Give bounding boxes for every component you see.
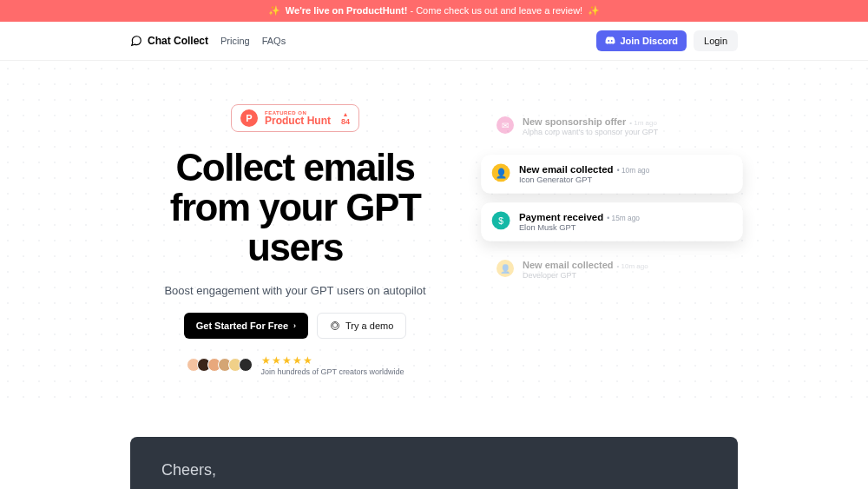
upvote-icon: ▲ (343, 111, 349, 117)
notification-icon: 👤 (492, 164, 510, 182)
banner-rest-text: - Come check us out and leave a review! (410, 5, 585, 16)
avatar (239, 358, 253, 372)
nav-link-pricing[interactable]: Pricing (220, 36, 250, 46)
star-rating: ★★★★★ (261, 354, 313, 367)
notification-icon: 👤 (496, 260, 514, 277)
nav-links: Pricing FAQs (220, 36, 286, 46)
notification-icon: ✉ (496, 116, 514, 134)
chevron-right-icon: › (293, 321, 296, 330)
login-button[interactable]: Login (694, 30, 738, 51)
banner-bold-text: We're live on ProductHunt! (286, 5, 408, 16)
try-demo-button[interactable]: Try a demo (317, 313, 406, 339)
notification-title: New email collected (519, 164, 614, 175)
notification-subtitle: Alpha corp want's to sponsor your GPT (523, 128, 658, 136)
notification-card: $Payment received • 15m agoElon Musk GPT (481, 202, 743, 241)
notification-time: • 10m ago (617, 167, 650, 175)
get-started-button[interactable]: Get Started For Free › (184, 313, 308, 339)
notification-time: • 1m ago (629, 119, 657, 127)
nav-link-faqs[interactable]: FAQs (262, 36, 286, 46)
email-line: Cheers, (161, 458, 707, 483)
notification-time: • 15m ago (607, 215, 640, 222)
notification-title: New email collected (523, 260, 614, 270)
notification-subtitle: Icon Generator GPT (519, 175, 649, 184)
notification-list: ✉New sponsorship offer • 1m agoAlpha cor… (486, 104, 738, 376)
email-preview-panel: Cheers, [Your Name] (130, 437, 738, 489)
social-proof: ★★★★★ Join hundreds of GPT creators worl… (187, 354, 404, 376)
chat-icon (130, 35, 142, 47)
ph-name: Product Hunt (265, 116, 331, 126)
social-proof-text: Join hundreds of GPT creators worldwide (261, 367, 404, 376)
svg-point-0 (332, 321, 339, 329)
product-hunt-badge[interactable]: P Featured on Product Hunt ▲ 84 (231, 104, 359, 132)
hero-headline: Collect emails from your GPT users (170, 148, 421, 268)
avatar-stack (187, 358, 253, 372)
ph-vote-count: ▲ 84 (341, 111, 350, 126)
discord-icon (605, 36, 615, 46)
discord-label: Join Discord (620, 36, 678, 46)
hero-section: P Featured on Product Hunt ▲ 84 Collect … (0, 61, 868, 411)
notification-card: 👤New email collected • 10m agoDeveloper … (486, 251, 738, 288)
sparkle-icon: ✨ (268, 5, 280, 16)
notification-card: ✉New sponsorship offer • 1m agoAlpha cor… (486, 108, 738, 145)
join-discord-button[interactable]: Join Discord (596, 30, 687, 51)
brand-logo[interactable]: Chat Collect (130, 35, 208, 47)
notification-icon: $ (492, 212, 510, 230)
sparkle-icon: ✨ (588, 5, 600, 16)
brand-name: Chat Collect (148, 35, 208, 47)
notification-title: Payment received (519, 212, 603, 222)
announcement-banner[interactable]: ✨ We're live on ProductHunt! - Come chec… (0, 0, 868, 22)
notification-subtitle: Elon Musk GPT (519, 223, 640, 232)
hero-subheading: Boost engagement with your GPT users on … (164, 284, 425, 297)
notification-subtitle: Developer GPT (523, 271, 648, 280)
notification-title: New sponsorship offer (523, 116, 626, 127)
notification-card: 👤New email collected • 10m agoIcon Gener… (481, 155, 743, 194)
openai-icon (330, 320, 340, 331)
notification-time: • 10m ago (617, 262, 648, 270)
product-hunt-icon: P (240, 109, 258, 127)
top-nav: Chat Collect Pricing FAQs Join Discord L… (0, 22, 868, 61)
cta-row: Get Started For Free › Try a demo (184, 313, 407, 339)
